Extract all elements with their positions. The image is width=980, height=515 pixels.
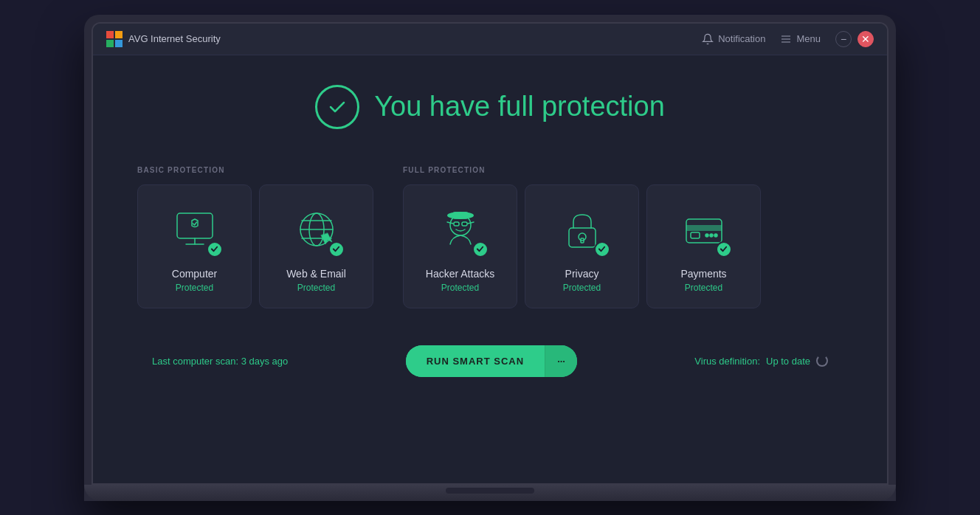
svg-rect-27 — [691, 232, 700, 238]
svg-point-29 — [710, 234, 713, 237]
payments-protection-card[interactable]: Payments Protected — [646, 184, 761, 308]
refresh-icon[interactable] — [816, 355, 828, 367]
computer-card-status: Protected — [176, 283, 213, 293]
privacy-icon — [556, 203, 609, 256]
svg-point-28 — [705, 234, 708, 237]
svg-rect-19 — [462, 222, 467, 226]
svg-point-30 — [714, 234, 717, 237]
payments-check-badge — [716, 241, 732, 258]
avg-logo-icon — [106, 31, 122, 47]
svg-rect-18 — [454, 222, 459, 226]
minimize-button[interactable]: − — [835, 31, 852, 47]
virus-status: Up to date — [766, 356, 810, 367]
payments-card-status: Protected — [685, 283, 722, 293]
laptop-frame: AVG Internet Security Notification — [84, 15, 896, 501]
privacy-card-title: Privacy — [565, 268, 599, 280]
svg-rect-3 — [115, 40, 122, 47]
web-email-card-status: Protected — [297, 283, 335, 293]
protection-status-icon — [315, 85, 359, 129]
menu-button[interactable]: Menu — [780, 33, 821, 45]
hacker-protection-card[interactable]: Hacker Attacks Protected — [403, 184, 517, 308]
title-bar: AVG Internet Security Notification — [93, 24, 887, 55]
hacker-check-badge — [472, 241, 489, 258]
scan-more-button[interactable]: ··· — [545, 345, 577, 377]
svg-rect-22 — [569, 228, 596, 247]
hacker-card-status: Protected — [441, 283, 479, 293]
hacker-card-title: Hacker Attacks — [426, 268, 494, 280]
privacy-protection-card[interactable]: Privacy Protected — [525, 184, 639, 308]
hacker-icon — [434, 203, 487, 256]
basic-section-label: BASIC PROTECTION — [137, 166, 373, 174]
svg-rect-26 — [686, 225, 722, 231]
web-email-protection-card[interactable]: Web & Email Protected — [259, 184, 373, 308]
svg-rect-1 — [115, 31, 122, 38]
svg-rect-0 — [106, 31, 114, 38]
computer-card-title: Computer — [172, 268, 217, 280]
web-email-icon — [290, 203, 343, 256]
app-title: AVG Internet Security — [128, 33, 221, 44]
virus-definition-info: Virus definition: Up to date — [694, 355, 828, 367]
protection-sections: BASIC PROTECTION — [137, 166, 843, 308]
privacy-check-badge — [594, 241, 610, 258]
web-email-check-badge — [328, 241, 345, 258]
hero-section: You have full protection — [137, 85, 843, 129]
app-logo-area: AVG Internet Security — [106, 31, 221, 47]
title-controls: Notification Menu − ✕ — [702, 31, 874, 47]
svg-rect-17 — [453, 212, 468, 218]
web-email-card-title: Web & Email — [286, 268, 346, 280]
computer-check-badge — [207, 241, 223, 258]
scan-button-group: RUN SMART SCAN ··· — [406, 345, 577, 377]
svg-rect-7 — [177, 213, 213, 238]
hero-highlight: full protection — [498, 91, 665, 122]
basic-cards-group: Computer Protected — [137, 184, 373, 308]
close-button[interactable]: ✕ — [858, 31, 874, 47]
hero-text: You have full protection — [374, 91, 665, 122]
bottom-bar: Last computer scan: 3 days ago RUN SMART… — [137, 345, 843, 377]
computer-protection-card[interactable]: Computer Protected — [137, 184, 252, 308]
laptop-screen: AVG Internet Security Notification — [92, 22, 888, 485]
scan-time: 3 days ago — [241, 356, 289, 367]
svg-line-20 — [447, 222, 453, 224]
svg-line-21 — [468, 222, 474, 224]
window-controls: − ✕ — [835, 31, 874, 47]
laptop-base — [84, 485, 896, 501]
svg-rect-2 — [106, 40, 114, 47]
payments-icon — [677, 203, 731, 256]
menu-icon — [780, 33, 792, 45]
privacy-card-status: Protected — [563, 283, 601, 293]
payments-card-title: Payments — [680, 268, 726, 280]
full-section-label: FULL PROTECTION — [403, 166, 843, 174]
run-smart-scan-button[interactable]: RUN SMART SCAN — [406, 345, 545, 377]
bell-icon — [702, 33, 714, 45]
full-cards-group: Hacker Attacks Protected — [403, 184, 843, 308]
svg-point-23 — [579, 233, 586, 241]
main-content: You have full protection BASIC PROTECTIO… — [93, 55, 887, 483]
full-protection-section: FULL PROTECTION — [403, 166, 843, 308]
basic-protection-section: BASIC PROTECTION — [137, 166, 373, 308]
last-scan-info: Last computer scan: 3 days ago — [152, 356, 288, 367]
notification-button[interactable]: Notification — [702, 33, 765, 45]
computer-icon — [168, 203, 221, 256]
